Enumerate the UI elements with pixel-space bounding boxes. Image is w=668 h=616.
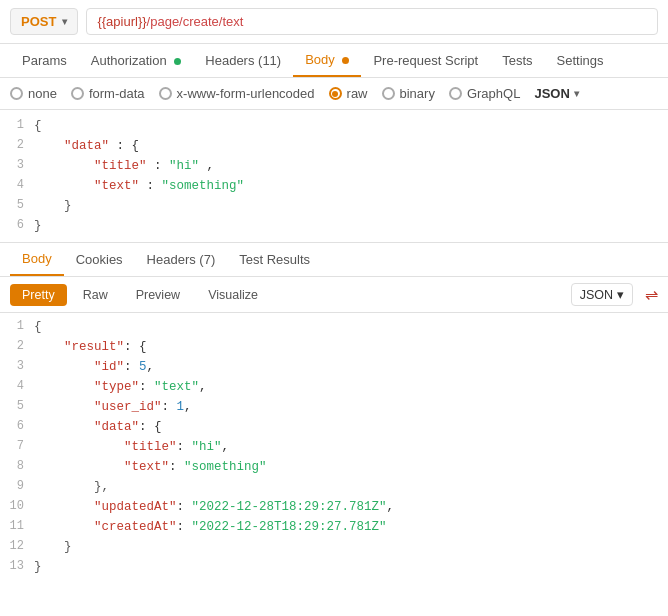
- pretty-button[interactable]: Pretty: [10, 284, 67, 306]
- req-line-3: 3 "title" : "hi" ,: [0, 156, 668, 176]
- method-label: POST: [21, 14, 56, 29]
- response-json-chevron-icon: ▾: [617, 287, 624, 302]
- filter-icon[interactable]: ⇌: [645, 285, 658, 304]
- res-line-1: 1 {: [0, 317, 668, 337]
- radio-none-dot: [10, 87, 23, 100]
- tab-authorization[interactable]: Authorization: [79, 45, 194, 76]
- radio-binary-dot: [382, 87, 395, 100]
- body-type-bar: none form-data x-www-form-urlencoded raw…: [0, 78, 668, 110]
- res-line-11: 11 "createdAt": "2022-12-28T18:29:27.781…: [0, 517, 668, 537]
- url-template-var: {{apiurl}}: [97, 14, 146, 29]
- tab-pre-request[interactable]: Pre-request Script: [361, 45, 490, 76]
- radio-urlencoded-dot: [159, 87, 172, 100]
- res-line-2: 2 "result": {: [0, 337, 668, 357]
- response-tab-cookies[interactable]: Cookies: [64, 244, 135, 275]
- url-input[interactable]: {{apiurl}}/page/create/text: [86, 8, 658, 35]
- tab-body[interactable]: Body: [293, 44, 361, 77]
- preview-button[interactable]: Preview: [124, 284, 192, 306]
- req-line-2: 2 "data" : {: [0, 136, 668, 156]
- res-line-12: 12 }: [0, 537, 668, 557]
- radio-binary[interactable]: binary: [382, 86, 435, 101]
- req-line-6: 6 }: [0, 216, 668, 236]
- res-line-7: 7 "title": "hi",: [0, 437, 668, 457]
- radio-form-data[interactable]: form-data: [71, 86, 145, 101]
- response-body: 1 { 2 "result": { 3 "id": 5, 4 "type": "…: [0, 313, 668, 581]
- json-chevron-icon: ▾: [574, 88, 579, 99]
- tab-headers[interactable]: Headers (11): [193, 45, 293, 76]
- response-tab-test-results[interactable]: Test Results: [227, 244, 322, 275]
- req-line-5: 5 }: [0, 196, 668, 216]
- radio-none[interactable]: none: [10, 86, 57, 101]
- request-tabs: Params Authorization Headers (11) Body P…: [0, 44, 668, 78]
- res-line-4: 4 "type": "text",: [0, 377, 668, 397]
- tab-settings[interactable]: Settings: [545, 45, 616, 76]
- body-dot: [342, 57, 349, 64]
- req-line-1: 1 {: [0, 116, 668, 136]
- tab-params[interactable]: Params: [10, 45, 79, 76]
- radio-urlencoded[interactable]: x-www-form-urlencoded: [159, 86, 315, 101]
- radio-raw-dot: [329, 87, 342, 100]
- res-line-13: 13 }: [0, 557, 668, 577]
- raw-button[interactable]: Raw: [71, 284, 120, 306]
- response-json-picker[interactable]: JSON ▾: [571, 283, 633, 306]
- visualize-button[interactable]: Visualize: [196, 284, 270, 306]
- json-type-select[interactable]: JSON ▾: [534, 86, 578, 101]
- res-line-10: 10 "updatedAt": "2022-12-28T18:29:27.781…: [0, 497, 668, 517]
- response-tab-headers[interactable]: Headers (7): [135, 244, 228, 275]
- tab-tests[interactable]: Tests: [490, 45, 544, 76]
- radio-graphql-dot: [449, 87, 462, 100]
- res-line-5: 5 "user_id": 1,: [0, 397, 668, 417]
- res-line-6: 6 "data": {: [0, 417, 668, 437]
- response-tabs: Body Cookies Headers (7) Test Results: [0, 243, 668, 277]
- req-line-4: 4 "text" : "something": [0, 176, 668, 196]
- res-line-8: 8 "text": "something": [0, 457, 668, 477]
- res-line-3: 3 "id": 5,: [0, 357, 668, 377]
- request-body-editor[interactable]: 1 { 2 "data" : { 3 "title" : "hi" , 4 "t…: [0, 110, 668, 243]
- radio-graphql[interactable]: GraphQL: [449, 86, 520, 101]
- format-bar: Pretty Raw Preview Visualize JSON ▾ ⇌: [0, 277, 668, 313]
- top-bar: POST ▾ {{apiurl}}/page/create/text: [0, 0, 668, 44]
- method-dropdown[interactable]: POST ▾: [10, 8, 78, 35]
- authorization-dot: [174, 58, 181, 65]
- response-tab-body[interactable]: Body: [10, 243, 64, 276]
- radio-form-data-dot: [71, 87, 84, 100]
- url-path: /page/create/text: [147, 14, 244, 29]
- res-line-9: 9 },: [0, 477, 668, 497]
- method-arrow-icon: ▾: [62, 16, 67, 27]
- radio-raw[interactable]: raw: [329, 86, 368, 101]
